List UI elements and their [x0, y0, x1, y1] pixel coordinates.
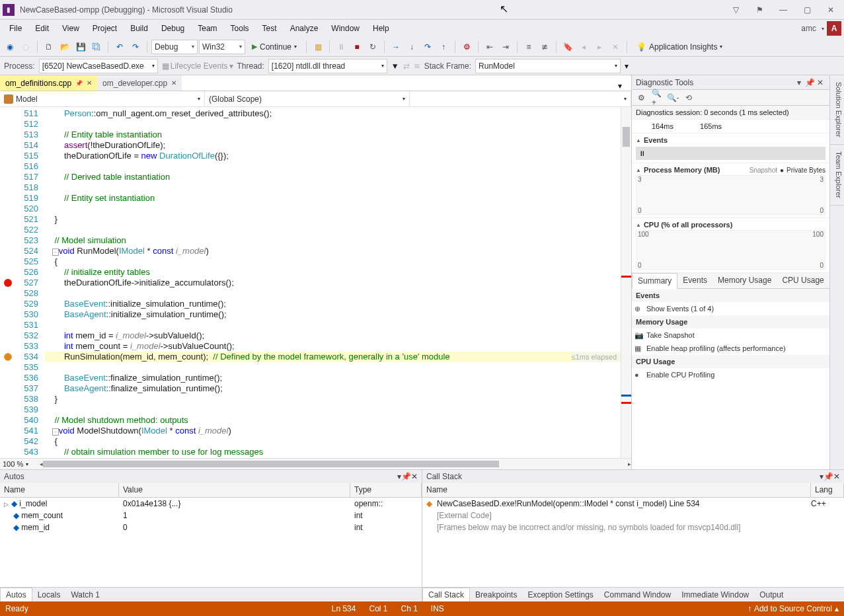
menu-project[interactable]: Project [86, 21, 124, 36]
save-all-icon[interactable]: ⿻ [89, 40, 104, 54]
config-select[interactable]: Debug [151, 40, 198, 54]
cpu-profiling[interactable]: ●Enable CPU Profiling [632, 368, 829, 381]
panel-pin-icon[interactable]: 📌 [804, 78, 815, 87]
indent-left-icon[interactable]: ⇤ [482, 40, 497, 54]
callstack-tab-immediate-window[interactable]: Immediate Window [676, 588, 754, 601]
close-tab-icon[interactable]: ✕ [87, 79, 92, 87]
indent-right-icon[interactable]: ⇥ [498, 40, 513, 54]
doc-tab[interactable]: om_definitions.cpp📌✕ [0, 75, 97, 91]
panel-close-icon[interactable]: ✕ [833, 472, 840, 481]
continue-button[interactable]: ▶Continue ▾ [247, 41, 302, 53]
memory-header[interactable]: ▲Process Memory (MB) Snapshot ●Private B… [636, 166, 825, 174]
new-file-icon[interactable]: 🗋 [42, 40, 56, 54]
menu-tools[interactable]: Tools [224, 21, 256, 36]
step-into-icon[interactable]: ↓ [404, 40, 419, 54]
panel-dropdown-icon[interactable]: ▾ [794, 78, 804, 87]
callstack-row[interactable]: ◆NewCaseBasedD.exe!RunModel(openm::IMode… [422, 498, 844, 510]
restart-icon[interactable]: ↻ [365, 40, 380, 54]
diag-tab-summary[interactable]: Summary [632, 273, 677, 289]
events-header[interactable]: ▲Events [636, 136, 825, 144]
pause-events-icon[interactable]: ⏸ [638, 149, 646, 157]
user-avatar[interactable]: A [827, 21, 841, 36]
save-icon[interactable]: 💾 [73, 40, 88, 54]
settings-icon[interactable]: ⚙ [636, 93, 646, 103]
scope-model[interactable]: Model [0, 91, 205, 106]
bookmark-icon[interactable]: 🔖 [560, 40, 575, 54]
callstack-tab-call-stack[interactable]: Call Stack [422, 588, 470, 601]
comment-icon[interactable]: ≡ [521, 40, 536, 54]
platform-select[interactable]: Win32 [199, 40, 245, 54]
uncomment-icon[interactable]: ≢ [537, 40, 552, 54]
events-timeline[interactable]: ⏸ [636, 147, 825, 160]
autos-tab-locals[interactable]: Locals [32, 588, 66, 601]
code-editor[interactable]: 5115125135145155165175185195205215225235… [0, 107, 631, 458]
autos-tab-autos[interactable]: Autos [0, 588, 32, 601]
solution-explorer-tab[interactable]: Solution Explorer [830, 75, 844, 145]
col-value[interactable]: Value [119, 483, 350, 497]
col-lang[interactable]: Lang [811, 483, 844, 497]
minimize-button[interactable]: — [773, 3, 794, 17]
open-icon[interactable]: 📂 [58, 40, 72, 54]
breakpoint-icon[interactable] [4, 279, 12, 287]
callstack-tab-breakpoints[interactable]: Breakpoints [470, 588, 522, 601]
reset-zoom-icon[interactable]: ⟲ [683, 93, 694, 103]
menu-view[interactable]: View [56, 21, 86, 36]
menu-build[interactable]: Build [124, 21, 155, 36]
callstack-row[interactable]: [External Code] [422, 510, 844, 521]
zoom-level[interactable]: 100 % ▾ [0, 460, 40, 468]
take-snapshot[interactable]: 📷Take Snapshot [632, 328, 829, 342]
diag-tab-events[interactable]: Events [677, 273, 712, 288]
doc-tab[interactable]: om_developer.cpp✕ [97, 75, 182, 91]
zoom-in-icon[interactable]: 🔍+ [652, 93, 662, 103]
undo-icon[interactable]: ↶ [112, 40, 127, 54]
memory-chart[interactable]: 3 3 0 0 [636, 175, 825, 215]
col-name[interactable]: Name [422, 483, 811, 497]
notifications-icon[interactable]: ⚑ [749, 3, 770, 17]
process-select[interactable]: [6520] NewCaseBasedD.exe [39, 59, 158, 73]
back-icon[interactable]: ◉ [3, 40, 17, 54]
editor-scrollbar-h[interactable] [43, 460, 628, 468]
menu-analyze[interactable]: Analyze [284, 21, 325, 36]
autos-row[interactable]: ▷◆ i_model0x01a4e138 {...}openm:: [0, 498, 422, 510]
menu-debug[interactable]: Debug [155, 21, 191, 36]
col-name[interactable]: Name [0, 483, 119, 497]
stop-icon[interactable]: ■ [350, 40, 364, 54]
autos-tab-watch-1[interactable]: Watch 1 [65, 588, 105, 601]
menu-help[interactable]: Help [366, 21, 396, 36]
close-button[interactable]: ✕ [820, 3, 841, 17]
filter-icon[interactable]: ▽ [725, 3, 746, 17]
step-next-icon[interactable]: → [389, 40, 403, 54]
callstack-row[interactable]: [Frames below may be incorrect and/or mi… [422, 521, 844, 533]
callstack-tab-exception-settings[interactable]: Exception Settings [522, 588, 598, 601]
callstack-tab-command-window[interactable]: Command Window [599, 588, 676, 601]
filter-threads-icon[interactable]: ▼ [391, 61, 399, 71]
team-explorer-tab[interactable]: Team Explorer [830, 145, 844, 206]
panel-close-icon[interactable]: ✕ [411, 472, 418, 481]
menu-team[interactable]: Team [191, 21, 223, 36]
app-insights[interactable]: 💡Application Insights ▾ [631, 41, 728, 53]
scope-member[interactable] [410, 91, 631, 106]
thread-select[interactable]: [1620] ntdll.dll thread [268, 59, 387, 73]
menu-window[interactable]: Window [325, 21, 366, 36]
zoom-out-icon[interactable]: 🔍- [668, 93, 678, 103]
tabs-overflow-icon[interactable]: ▾ [618, 81, 631, 91]
autos-row[interactable]: ◆ mem_id0int [0, 521, 422, 533]
redo-icon[interactable]: ↷ [128, 40, 143, 54]
maximize-button[interactable]: ▢ [796, 3, 818, 17]
panel-pin-icon[interactable]: 📌 [401, 472, 411, 481]
editor-scrollbar-v[interactable] [621, 107, 631, 458]
step-over-icon[interactable]: ↷ [420, 40, 435, 54]
heap-profiling[interactable]: ▦Enable heap profiling (affects performa… [632, 342, 829, 355]
callstack-tab-output[interactable]: Output [754, 588, 788, 601]
source-control[interactable]: ↑ Add to Source Control ▴ [748, 604, 839, 613]
menu-file[interactable]: File [3, 21, 28, 36]
menu-test[interactable]: Test [256, 21, 284, 36]
overflow-icon[interactable]: ▾ [625, 61, 629, 71]
show-events[interactable]: ⊕Show Events (1 of 4) [632, 302, 829, 315]
diag-tab-cpu-usage[interactable]: CPU Usage [777, 273, 829, 288]
panel-pin-icon[interactable]: 📌 [824, 472, 833, 481]
pin-icon[interactable]: 📌 [75, 80, 83, 87]
panel-close-icon[interactable]: ✕ [815, 78, 825, 87]
cpu-chart[interactable]: 100 100 0 0 [636, 230, 825, 270]
close-tab-icon[interactable]: ✕ [171, 79, 176, 87]
